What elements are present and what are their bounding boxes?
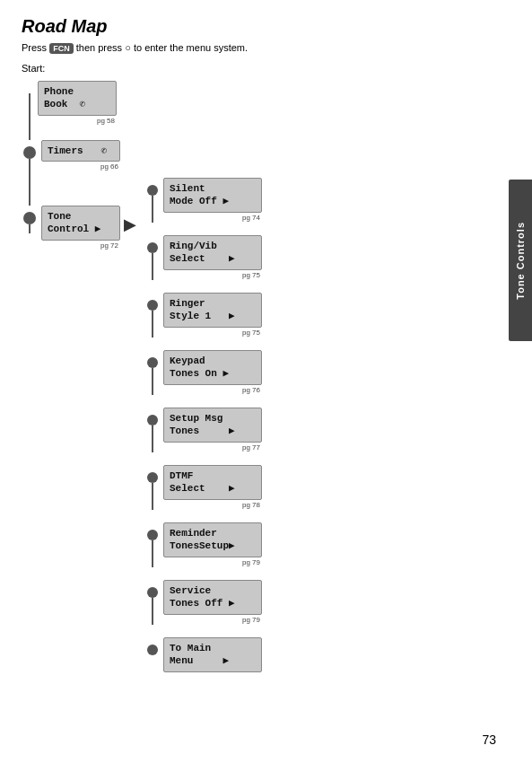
- silent-mode-box: SilentMode Off ▶: [163, 178, 262, 213]
- right-row-main-menu: To MainMenu ▶: [144, 637, 262, 672]
- setup-msg-connector: [144, 408, 161, 452]
- reminder-box: ReminderTonesSetup▶: [163, 522, 262, 557]
- timers-pageref: pg 66: [41, 162, 120, 171]
- right-row-reminder: ReminderTonesSetup▶ pg 79: [144, 522, 262, 567]
- main-menu-connector: [144, 637, 161, 655]
- tone-control-box: ToneControl ▶: [41, 206, 120, 241]
- sidebar-tab: Tone Controls: [509, 180, 532, 341]
- ringer-style-pageref: pg 75: [163, 329, 262, 337]
- timers-text: Timers ✆: [48, 145, 114, 157]
- silent-mode-pageref: pg 74: [163, 214, 262, 222]
- main-menu-text: To MainMenu ▶: [170, 642, 256, 668]
- ring-vib-box: Ring/VibSelect ▶: [163, 235, 262, 270]
- page-title: Road Map: [22, 16, 510, 37]
- left-row-tone-control: ToneControl ▶ pg 72 ▶: [22, 206, 139, 250]
- keypad-tones-text: KeypadTones On ▶: [170, 355, 256, 381]
- dtmf-pageref: pg 78: [163, 501, 262, 509]
- sidebar-tab-label: Tone Controls: [515, 222, 526, 300]
- keypad-tones-pageref: pg 76: [163, 386, 262, 394]
- ring-vib-connector: [144, 235, 161, 280]
- tone-control-connector: [22, 206, 38, 233]
- subtitle-end: to enter the menu system.: [134, 42, 248, 53]
- service-tones-text: ServiceTones Off ▶: [170, 584, 256, 610]
- start-label: Start:: [22, 63, 510, 74]
- silent-mode-connector: [144, 178, 161, 223]
- subtitle-pre: Press: [22, 42, 47, 53]
- left-row-phone-book: PhoneBook ✆ pg 58: [22, 81, 139, 140]
- keypad-tones-connector: [144, 350, 161, 395]
- left-column: PhoneBook ✆ pg 58 Timers ✆ pg 66: [22, 81, 139, 250]
- tone-control-wrapper: ToneControl ▶ pg 72: [41, 206, 120, 250]
- ring-vib-pageref: pg 75: [163, 271, 262, 279]
- ringer-style-text: RingerStyle 1 ▶: [170, 297, 256, 323]
- tone-control-pageref: pg 72: [41, 241, 120, 250]
- main-menu-box: To MainMenu ▶: [163, 637, 262, 672]
- left-row-timers: Timers ✆ pg 66: [22, 140, 139, 206]
- right-row-service-tones: ServiceTones Off ▶ pg 79: [144, 580, 262, 625]
- phone-book-connector: [22, 81, 38, 140]
- dtmf-box: DTMFSelect ▶: [163, 465, 262, 500]
- fcn-button-label: FCN: [49, 43, 74, 54]
- timers-wrapper: Timers ✆ pg 66: [41, 140, 120, 171]
- reminder-connector: [144, 522, 161, 567]
- reminder-text: ReminderTonesSetup▶: [170, 527, 256, 553]
- dtmf-text: DTMFSelect ▶: [170, 469, 256, 496]
- ringer-style-box: RingerStyle 1 ▶: [163, 293, 262, 328]
- phone-book-text: PhoneBook ✆: [44, 85, 110, 111]
- tone-control-arrow: ▶: [124, 206, 136, 234]
- right-column: SilentMode Off ▶ pg 74 Ring/VibSelect ▶ …: [144, 178, 262, 685]
- timers-box: Timers ✆: [41, 140, 120, 162]
- subtitle-post: then press: [76, 42, 122, 53]
- phone-book-pageref: pg 58: [38, 117, 117, 125]
- setup-msg-text: Setup MsgTones ▶: [170, 412, 256, 438]
- silent-mode-text: SilentMode Off ▶: [170, 182, 256, 208]
- road-map: PhoneBook ✆ pg 58 Timers ✆ pg 66: [22, 81, 510, 685]
- setup-msg-box: Setup MsgTones ▶: [163, 408, 262, 443]
- circle-sym: ○: [125, 42, 131, 53]
- service-tones-connector: [144, 580, 161, 625]
- ringer-style-connector: [144, 293, 161, 338]
- service-tones-pageref: pg 79: [163, 616, 262, 624]
- service-tones-box: ServiceTones Off ▶: [163, 580, 262, 615]
- dtmf-connector: [144, 465, 161, 510]
- timers-connector: [22, 140, 38, 206]
- phone-book-wrapper: PhoneBook ✆ pg 58: [38, 81, 117, 125]
- ring-vib-text: Ring/VibSelect ▶: [170, 240, 256, 266]
- page-content: Road Map Press FCN then press ○ to enter…: [0, 0, 532, 694]
- tone-control-text: ToneControl ▶: [48, 210, 114, 236]
- reminder-pageref: pg 79: [163, 558, 262, 566]
- right-row-silent-mode: SilentMode Off ▶ pg 74: [144, 178, 262, 223]
- right-row-keypad-tones: KeypadTones On ▶ pg 76: [144, 350, 262, 395]
- right-row-ring-vib: Ring/VibSelect ▶ pg 75: [144, 235, 262, 280]
- phone-book-box: PhoneBook ✆: [38, 81, 117, 116]
- setup-msg-pageref: pg 77: [163, 443, 262, 452]
- right-row-setup-msg: Setup MsgTones ▶ pg 77: [144, 408, 262, 452]
- keypad-tones-box: KeypadTones On ▶: [163, 350, 262, 385]
- right-row-dtmf: DTMFSelect ▶ pg 78: [144, 465, 262, 510]
- right-row-ringer-style: RingerStyle 1 ▶ pg 75: [144, 293, 262, 338]
- subtitle: Press FCN then press ○ to enter the menu…: [22, 42, 510, 54]
- page-number: 73: [482, 732, 496, 747]
